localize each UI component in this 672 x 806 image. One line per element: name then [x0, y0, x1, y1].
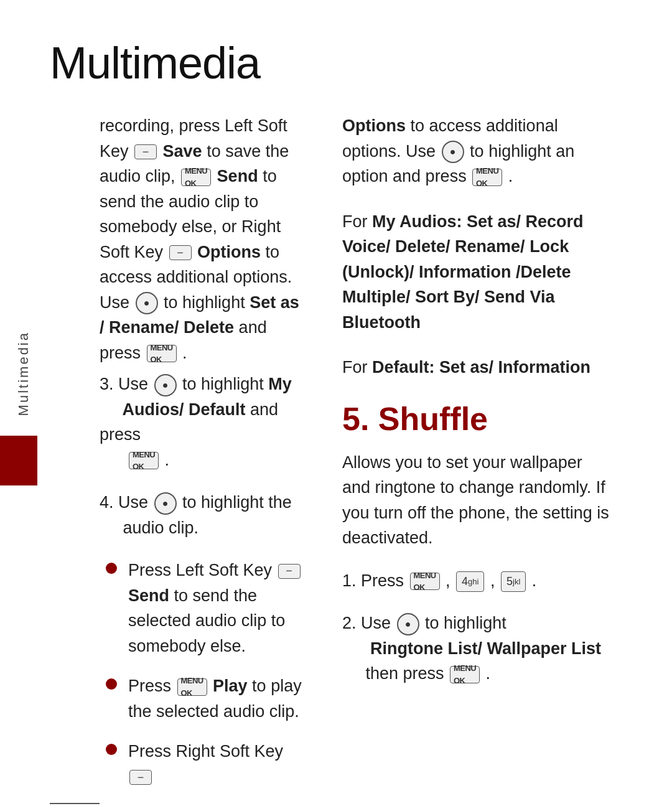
menu-ok-icon-4: MENUOK [177, 678, 207, 696]
bullet-dot-2 [106, 678, 117, 690]
item-4-number: 4. Use [100, 493, 153, 512]
default-bold: Default: Set as/ Information [372, 358, 590, 377]
menu-ok-icon-7: MENUOK [450, 666, 480, 683]
bullet-3: Press Right Soft Key − [106, 739, 305, 789]
for-label-1: For [342, 212, 372, 231]
left-soft-key-icon-2: − [278, 564, 301, 579]
item-3-middle: to highlight [182, 375, 268, 393]
content-area: recording, press Left Soft Key − Save to… [0, 113, 672, 806]
right-block-1-period: . [508, 167, 513, 185]
right-block-2: For My Audios: Set as/ Record Voice/ Del… [342, 209, 610, 335]
bullet-2-text: Press MENUOK Play to play the selected a… [128, 673, 305, 724]
bullet-3-before: Press Right Soft Key [128, 742, 283, 761]
intro-text-5: to highlight [164, 293, 250, 312]
bullet-1-bold: Send [128, 586, 169, 605]
bullet-1-text: Press Left Soft Key − Send to send the s… [128, 558, 305, 658]
s5-i1-sep2: , [490, 571, 500, 590]
menu-ok-icon-6: MENUOK [410, 573, 440, 590]
options-label: Options [197, 243, 261, 261]
right-block-3: For Default: Set as/ Information [342, 355, 610, 380]
right-block-1: Options to access additional options. Us… [342, 113, 610, 189]
item-4-text: 4. Use ● to highlight the audio clip. [100, 490, 305, 540]
section-5: 5. Shuffle Allows you to set your wallpa… [342, 400, 610, 687]
section-5-item-1-text: 1. Press MENUOK , 4 ghi , 5 jkl . [342, 568, 610, 594]
bullet-2: Press MENUOK Play to play the selected a… [106, 673, 305, 724]
bullet-1-before: Press Left Soft Key [128, 561, 277, 579]
divider-line [50, 803, 100, 804]
s5-i2-after: then press [342, 664, 449, 683]
s5-i2-end: . [486, 664, 491, 683]
s5-i2-bold: Ringtone List/ Wallpaper List [370, 639, 601, 658]
left-column: recording, press Left Soft Key − Save to… [0, 113, 324, 804]
key-4ghi: 4 ghi [456, 571, 484, 592]
right-block-1-text: Options to access additional options. Us… [342, 113, 610, 189]
for-label-2: For [342, 358, 372, 377]
s5-i1-end: . [532, 571, 537, 590]
key-5jkl: 5 jkl [501, 571, 526, 592]
right-soft-key-icon: − [169, 245, 192, 260]
options-bold: Options [342, 116, 406, 135]
nav-icon-3: ● [154, 492, 177, 515]
section-5-item-1: 1. Press MENUOK , 4 ghi , 5 jkl . [342, 568, 610, 594]
bullet-list: Press Left Soft Key − Send to send the s… [106, 558, 305, 789]
section-5-item-2: 2. Use ● to highlight Ringtone List/ Wal… [342, 611, 610, 687]
s5-i2-number: 2. Use [342, 614, 396, 632]
nav-icon-5: ● [397, 613, 419, 635]
nav-icon-4: ● [442, 141, 464, 163]
menu-ok-icon-2: MENUOK [147, 345, 177, 362]
item-3-number: 3. Use [100, 375, 153, 393]
bullet-3-text: Press Right Soft Key − [128, 739, 305, 789]
bullet-2-before: Press [128, 677, 176, 695]
intro-paragraph: recording, press Left Soft Key − Save to… [100, 113, 305, 365]
menu-ok-icon-1: MENUOK [181, 169, 211, 186]
s5-i1-number: 1. Press [342, 571, 409, 590]
nav-icon-2: ● [154, 374, 177, 396]
item-3-end: . [165, 451, 170, 469]
section-5-item-2-text: 2. Use ● to highlight Ringtone List/ Wal… [342, 611, 610, 687]
menu-ok-icon-3: MENUOK [129, 452, 159, 469]
item-4: 4. Use ● to highlight the audio clip. [100, 490, 305, 540]
item-3: 3. Use ● to highlight My Audios/ Default… [100, 372, 305, 472]
left-soft-key-icon: − [134, 144, 157, 159]
bullet-dot-3 [106, 744, 117, 755]
my-audios-bold: My Audios: Set as/ Record Voice/ Delete/… [342, 212, 584, 332]
item-3-text: 3. Use ● to highlight My Audios/ Default… [100, 372, 305, 472]
bullet-dot-1 [106, 563, 117, 574]
right-soft-key-icon-2: − [129, 770, 152, 785]
menu-ok-icon-5: MENUOK [472, 169, 502, 186]
right-column: Options to access additional options. Us… [324, 113, 635, 804]
red-accent-bar [0, 436, 37, 485]
bullet-1: Press Left Soft Key − Send to send the s… [106, 558, 305, 658]
page-title: Multimedia [0, 0, 672, 113]
send-label: Send [217, 167, 258, 185]
bullet-2-bold: Play [213, 677, 248, 695]
save-label: Save [163, 142, 202, 161]
s5-i1-sep1: , [446, 571, 455, 590]
period-1: . [182, 344, 187, 362]
section-5-title: 5. Shuffle [342, 400, 610, 438]
nav-icon-1: ● [136, 292, 158, 314]
right-block-3-text: For Default: Set as/ Information [342, 355, 610, 380]
right-block-2-text: For My Audios: Set as/ Record Voice/ Del… [342, 209, 610, 335]
sidebar-label: Multimedia [16, 331, 32, 416]
section-5-description: Allows you to set your wallpaper and rin… [342, 450, 610, 551]
